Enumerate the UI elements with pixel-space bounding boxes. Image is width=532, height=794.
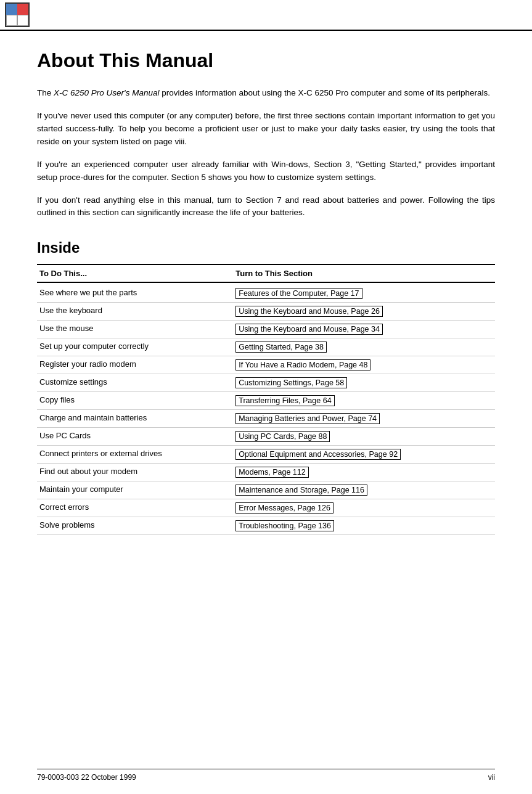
main-content: About This Manual The X-C 6250 Pro User'… — [0, 31, 532, 560]
table-row: Solve problemsTroubleshooting, Page 136 — [37, 517, 495, 535]
paragraph-1-suffix: provides information about using the X-C… — [162, 88, 490, 97]
index-icon-tr — [17, 4, 28, 15]
section-cell[interactable]: Troubleshooting, Page 136 — [233, 517, 495, 535]
section-link[interactable]: Optional Equipment and Accessories, Page… — [235, 449, 401, 460]
section-cell[interactable]: Using the Keyboard and Mouse, Page 26 — [233, 303, 495, 321]
table-row: Use PC CardsUsing PC Cards, Page 88 — [37, 428, 495, 446]
header-bar — [0, 0, 532, 31]
task-cell: Use the keyboard — [37, 303, 233, 321]
col-task-header: To Do This... — [37, 264, 233, 282]
index-icon[interactable] — [5, 2, 30, 27]
section-link[interactable]: Error Messages, Page 126 — [235, 502, 334, 514]
table-row: Register your radio modemIf You Have a R… — [37, 356, 495, 374]
paragraph-3: If you're an experienced computer user a… — [37, 158, 495, 184]
page-title: About This Manual — [37, 49, 495, 72]
section-cell[interactable]: Transferring Files, Page 64 — [233, 392, 495, 410]
inside-table: To Do This... Turn to This Section See w… — [37, 264, 495, 535]
section-link[interactable]: Modems, Page 112 — [235, 467, 308, 478]
table-row: Copy filesTransferring Files, Page 64 — [37, 392, 495, 410]
section-link[interactable]: If You Have a Radio Modem, Page 48 — [235, 359, 370, 370]
task-cell: Use the mouse — [37, 321, 233, 338]
task-cell: Correct errors — [37, 499, 233, 517]
section-cell[interactable]: Getting Started, Page 38 — [233, 338, 495, 356]
section-link[interactable]: Maintenance and Storage, Page 116 — [235, 485, 367, 496]
paragraph-4: If you don't read anything else in this … — [37, 194, 495, 220]
section-link[interactable]: Features of the Computer, Page 17 — [235, 288, 362, 299]
section-link[interactable]: Customizing Settings, Page 58 — [235, 377, 347, 388]
table-row: Connect printers or external drivesOptio… — [37, 446, 495, 464]
footer: 79-0003-003 22 October 1999 vii — [37, 769, 495, 782]
section-cell[interactable]: Error Messages, Page 126 — [233, 499, 495, 517]
task-cell: Connect printers or external drives — [37, 446, 233, 464]
table-row: Maintain your computerMaintenance and St… — [37, 481, 495, 499]
task-cell: Maintain your computer — [37, 481, 233, 499]
paragraph-1: The X-C 6250 Pro User's Manual provides … — [37, 87, 495, 100]
section-cell[interactable]: Features of the Computer, Page 17 — [233, 282, 495, 303]
task-cell: See where we put the parts — [37, 282, 233, 303]
table-row: Set up your computer correctlyGetting St… — [37, 338, 495, 356]
task-cell: Customize settings — [37, 374, 233, 392]
section-cell[interactable]: Managing Batteries and Power, Page 74 — [233, 410, 495, 428]
book-title: X-C 6250 Pro User's Manual — [54, 88, 159, 97]
table-row: Correct errorsError Messages, Page 126 — [37, 499, 495, 517]
inside-section-title: Inside — [37, 239, 495, 256]
table-row: Charge and maintain batteriesManaging Ba… — [37, 410, 495, 428]
index-icon-bl — [6, 15, 17, 26]
task-cell: Charge and maintain batteries — [37, 410, 233, 428]
section-cell[interactable]: If You Have a Radio Modem, Page 48 — [233, 356, 495, 374]
section-link[interactable]: Using PC Cards, Page 88 — [235, 431, 330, 442]
section-link[interactable]: Getting Started, Page 38 — [235, 342, 327, 353]
task-cell: Copy files — [37, 392, 233, 410]
col-section-header: Turn to This Section — [233, 264, 495, 282]
section-cell[interactable]: Modems, Page 112 — [233, 464, 495, 481]
task-cell: Register your radio modem — [37, 356, 233, 374]
section-link[interactable]: Using the Keyboard and Mouse, Page 26 — [235, 306, 383, 317]
table-row: Use the mouseUsing the Keyboard and Mous… — [37, 321, 495, 338]
table-row: Find out about your modemModems, Page 11… — [37, 464, 495, 481]
footer-right: vii — [488, 773, 495, 782]
section-link[interactable]: Managing Batteries and Power, Page 74 — [235, 413, 380, 424]
table-row: Customize settingsCustomizing Settings, … — [37, 374, 495, 392]
paragraph-2: If you've never used this computer (or a… — [37, 110, 495, 149]
section-cell[interactable]: Maintenance and Storage, Page 116 — [233, 481, 495, 499]
section-link[interactable]: Transferring Files, Page 64 — [235, 395, 334, 406]
index-icon-br — [17, 15, 28, 26]
footer-left: 79-0003-003 22 October 1999 — [37, 773, 136, 782]
task-cell: Set up your computer correctly — [37, 338, 233, 356]
task-cell: Use PC Cards — [37, 428, 233, 446]
table-row: Use the keyboardUsing the Keyboard and M… — [37, 303, 495, 321]
section-cell[interactable]: Using the Keyboard and Mouse, Page 34 — [233, 321, 495, 338]
section-link[interactable]: Troubleshooting, Page 136 — [235, 520, 334, 531]
section-cell[interactable]: Customizing Settings, Page 58 — [233, 374, 495, 392]
task-cell: Find out about your modem — [37, 464, 233, 481]
section-cell[interactable]: Using PC Cards, Page 88 — [233, 428, 495, 446]
index-icon-tl — [6, 4, 17, 15]
table-row: See where we put the partsFeatures of th… — [37, 282, 495, 303]
section-cell[interactable]: Optional Equipment and Accessories, Page… — [233, 446, 495, 464]
table-header-row: To Do This... Turn to This Section — [37, 264, 495, 282]
section-link[interactable]: Using the Keyboard and Mouse, Page 34 — [235, 324, 383, 335]
task-cell: Solve problems — [37, 517, 233, 535]
